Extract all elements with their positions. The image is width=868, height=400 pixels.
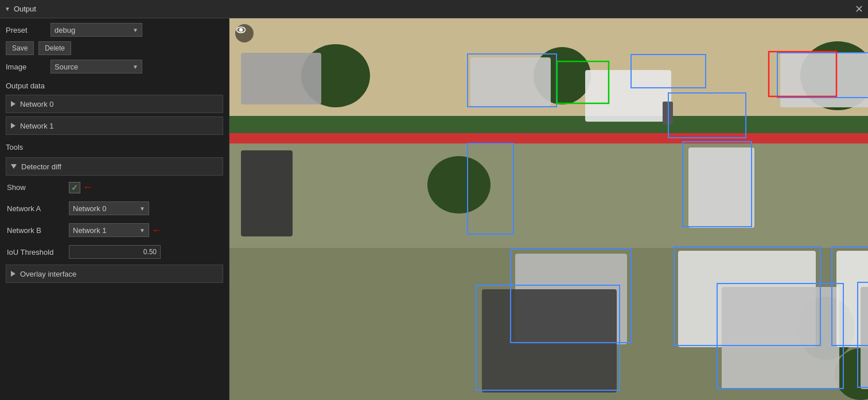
save-delete-row: Save Delete xyxy=(6,41,223,55)
svg-rect-22 xyxy=(241,150,293,236)
show-arrow-annotation: ← xyxy=(83,181,93,193)
tools-label: Tools xyxy=(6,143,223,152)
detector-diff-collapse-icon xyxy=(11,164,17,169)
left-panel: Preset debug ▼ Save Delete Image Source … xyxy=(0,18,229,400)
network-a-dropdown[interactable]: Network 0 ▼ xyxy=(69,201,149,215)
image-area xyxy=(229,18,868,400)
iou-label: IoU Threshold xyxy=(7,248,64,257)
svg-rect-16 xyxy=(241,53,321,104)
title-bar-left: ▼ Output xyxy=(5,5,36,13)
image-dropdown-arrow: ▼ xyxy=(133,64,138,70)
image-value: Source xyxy=(55,63,78,71)
svg-rect-29 xyxy=(722,287,839,389)
svg-rect-31 xyxy=(861,287,868,389)
iou-row: IoU Threshold xyxy=(6,243,223,261)
network-1-expand-icon xyxy=(11,123,15,129)
overlay-interface-row[interactable]: Overlay interface xyxy=(6,265,223,283)
iou-threshold-input[interactable] xyxy=(69,245,161,259)
network-b-row: Network B Network 1 ▼ ← xyxy=(6,221,223,239)
network-b-dropdown[interactable]: Network 1 ▼ xyxy=(69,223,149,237)
network-1-label: Network 1 xyxy=(20,122,54,130)
detector-diff-header[interactable]: Detector diff xyxy=(6,157,223,176)
show-controls: ✓ ← xyxy=(69,181,93,193)
svg-rect-17 xyxy=(470,57,551,106)
close-button[interactable]: ✕ xyxy=(855,4,863,14)
preset-row: Preset debug ▼ xyxy=(6,23,223,37)
network-b-dropdown-arrow: ▼ xyxy=(139,227,145,234)
network-0-expand-icon xyxy=(11,101,15,107)
network-a-label: Network A xyxy=(7,204,64,213)
output-data-header: Output data xyxy=(6,81,223,90)
network-b-controls: Network 1 ▼ ← xyxy=(69,223,162,237)
main-layout: Preset debug ▼ Save Delete Image Source … xyxy=(0,18,868,400)
network-1-row[interactable]: Network 1 xyxy=(6,116,223,135)
preset-label: Preset xyxy=(6,26,46,34)
network-0-row[interactable]: Network 0 xyxy=(6,95,223,113)
svg-rect-20 xyxy=(780,53,868,107)
svg-rect-23 xyxy=(688,147,754,228)
network-b-label: Network B xyxy=(7,226,64,235)
title-bar-collapse-icon: ▼ xyxy=(5,6,10,12)
image-row: Image Source ▼ xyxy=(6,60,223,73)
image-label: Image xyxy=(6,63,46,71)
preset-dropdown[interactable]: debug ▼ xyxy=(50,23,142,37)
title-bar: ▼ Output ✕ xyxy=(0,0,868,18)
title-bar-title: Output xyxy=(14,5,36,13)
eye-icon-button[interactable] xyxy=(235,24,254,42)
preset-value: debug xyxy=(55,26,75,34)
checkmark-icon: ✓ xyxy=(71,183,78,192)
svg-rect-9 xyxy=(229,116,868,133)
network-a-controls: Network 0 ▼ xyxy=(69,201,149,215)
network-b-arrow-annotation: ← xyxy=(151,224,162,236)
svg-point-13 xyxy=(427,156,491,213)
network-a-value: Network 0 xyxy=(73,204,107,213)
network-b-value: Network 1 xyxy=(73,226,107,235)
overlay-interface-label: Overlay interface xyxy=(20,270,76,278)
eye-icon xyxy=(235,24,247,36)
show-row: Show ✓ ← xyxy=(6,179,223,196)
image-dropdown[interactable]: Source ▼ xyxy=(50,60,142,73)
preset-dropdown-arrow: ▼ xyxy=(133,27,138,33)
network-0-label: Network 0 xyxy=(20,100,54,108)
show-label: Show xyxy=(7,183,64,192)
detector-diff-label: Detector diff xyxy=(21,162,61,171)
network-a-dropdown-arrow: ▼ xyxy=(139,205,145,212)
svg-rect-8 xyxy=(229,133,868,143)
main-image-canvas xyxy=(229,18,868,400)
delete-button[interactable]: Delete xyxy=(38,41,71,55)
network-a-row: Network A Network 0 ▼ xyxy=(6,199,223,218)
svg-rect-18 xyxy=(585,70,671,122)
save-button[interactable]: Save xyxy=(6,41,34,55)
svg-point-1 xyxy=(240,29,243,32)
show-checkbox[interactable]: ✓ xyxy=(69,182,80,193)
svg-rect-27 xyxy=(482,289,617,393)
overlay-interface-expand-icon xyxy=(11,271,15,277)
